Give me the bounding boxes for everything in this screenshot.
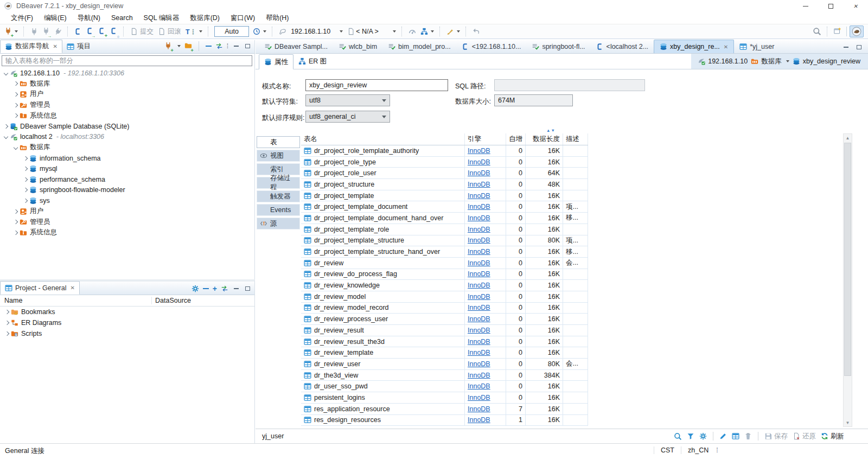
tree-expander-icon[interactable] (12, 220, 20, 224)
open-sql-editor-button[interactable] (73, 27, 84, 36)
table-row[interactable]: persistent_logins InnoDB 0 16K (301, 392, 588, 404)
column-header-auto-increment[interactable]: 自增 (506, 133, 526, 145)
table-row[interactable]: dr_project_template_document InnoDB 0 16… (301, 201, 588, 213)
table-row[interactable]: dr_the3d_view InnoDB 0 384K (301, 370, 588, 381)
breadcrumb-connection[interactable]: 192.168.1.10 (698, 58, 748, 65)
link-with-editor-button[interactable] (215, 42, 223, 50)
collapse-all-button[interactable] (206, 46, 212, 47)
project-tree-item[interactable]: Scripts (0, 328, 254, 339)
table-row[interactable]: dr_review_template InnoDB 0 16K (301, 347, 588, 359)
tree-expander-icon[interactable] (2, 135, 10, 138)
editor-tab[interactable]: *yj_user (734, 40, 780, 53)
view-menu-button[interactable]: ⁞ (227, 42, 228, 50)
new-sql-editor-button[interactable] (97, 26, 107, 37)
scrollbar-thumb[interactable] (844, 143, 851, 376)
menu-item[interactable]: Search (106, 14, 138, 22)
tree-item[interactable]: 数据库 (0, 79, 254, 90)
tree-item[interactable]: 系统信息 (0, 227, 254, 238)
engine-link[interactable]: InnoDB (468, 327, 490, 334)
refresh-button[interactable]: 刷新 (821, 432, 844, 441)
table-row[interactable]: dr_project_template_document_hand_over I… (301, 213, 588, 224)
new-connection-toolbar-button[interactable] (164, 42, 172, 51)
sort-indicator-icon[interactable]: ▲▼ (546, 128, 556, 133)
disconnect-button[interactable] (53, 27, 63, 36)
tree-item[interactable]: information_schema (0, 153, 254, 164)
table-row[interactable]: dr_review InnoDB 0 16K 会... (301, 258, 588, 269)
grid-scrollbar[interactable]: ▲ ▼ (843, 133, 852, 427)
tree-item[interactable]: springboot-flowable-modeler (0, 185, 254, 196)
tree-expander-icon[interactable] (22, 199, 29, 202)
tree-item[interactable]: sys (0, 195, 254, 206)
table-row[interactable]: dr_project_template_structure InnoDB 0 8… (301, 235, 588, 247)
tree-expander-icon[interactable] (12, 114, 20, 117)
editor-tab[interactable]: bim_model_pro... (382, 40, 456, 53)
new-folder-button[interactable] (184, 42, 192, 51)
table-row[interactable]: res_application_resource InnoDB 7 16K (301, 404, 588, 415)
engine-link[interactable]: InnoDB (468, 315, 490, 323)
minimize-editor-button[interactable] (842, 43, 850, 51)
scroll-up-icon[interactable]: ▲ (846, 134, 850, 142)
table-row[interactable]: dr_review_result_the3d InnoDB 0 16K (301, 336, 588, 348)
minimize-view-button[interactable] (232, 42, 240, 50)
tree-expander-icon[interactable] (3, 332, 11, 335)
er-diagram-button[interactable] (419, 27, 436, 36)
delete-button[interactable] (744, 432, 752, 440)
maximize-view-button[interactable] (244, 285, 251, 292)
table-row[interactable]: dr_user_sso_pwd InnoDB 0 16K (301, 381, 588, 392)
table-row[interactable]: dr_review_model_record InnoDB 0 16K (301, 303, 588, 314)
editor-tab[interactable]: <192.168.1.10... (456, 40, 527, 53)
menu-item[interactable]: 帮助(H) (260, 14, 294, 23)
tree-expander-icon[interactable] (22, 188, 29, 191)
engine-link[interactable]: InnoDB (468, 382, 490, 390)
editor-tab[interactable]: DBeaver Sampl... (259, 40, 333, 53)
column-header-table-name[interactable]: 表名 (301, 133, 465, 145)
menu-item[interactable]: 窗口(W) (225, 14, 260, 23)
charset-select[interactable]: utf8 (305, 94, 390, 106)
browse-sql-editor-button[interactable] (108, 26, 119, 37)
column-datasource[interactable]: DataSource (152, 297, 191, 304)
editor-tab[interactable]: xby_design_re... (654, 40, 734, 53)
minimize-view-button[interactable] (232, 285, 240, 292)
tree-item[interactable]: 用户 (0, 206, 254, 217)
tree-expander-icon[interactable] (12, 82, 20, 85)
tree-item[interactable]: 管理员 (0, 100, 254, 111)
table-row[interactable]: dr_project_template_structure_hand_over … (301, 246, 588, 258)
scroll-down-icon[interactable]: ▼ (846, 419, 850, 426)
engine-link[interactable]: InnoDB (468, 214, 490, 222)
add-row-button[interactable] (732, 432, 739, 440)
engine-link[interactable]: InnoDB (468, 372, 490, 379)
menu-item[interactable]: 导航(N) (72, 14, 106, 23)
reconnect-button[interactable] (41, 26, 52, 37)
engine-link[interactable]: InnoDB (468, 169, 490, 177)
expand-all-button[interactable]: + (213, 286, 217, 291)
tree-item[interactable]: 管理员 (0, 216, 254, 227)
window-maximize-button[interactable] (818, 0, 843, 12)
rollback-button[interactable]: 回滚 (156, 26, 183, 37)
table-row[interactable]: dr_project_role_user InnoDB 0 64K (301, 168, 588, 179)
commit-button[interactable]: 提交 (129, 26, 155, 37)
compare-button[interactable] (445, 27, 462, 36)
tab-properties[interactable]: 属性 (259, 54, 293, 69)
table-filter-input[interactable] (2, 55, 252, 66)
tree-item[interactable]: localhost 2 - localhost:3306 (0, 132, 254, 143)
menu-item[interactable]: 编辑(E) (39, 14, 72, 23)
schema-name-input[interactable]: xby_design_review (305, 79, 448, 91)
dashboard-button[interactable] (407, 27, 418, 36)
link-with-editor-button[interactable] (221, 285, 228, 292)
project-tree-item[interactable]: Bookmarks (0, 307, 254, 317)
undo-navigation-button[interactable] (471, 27, 482, 36)
engine-link[interactable]: InnoDB (468, 349, 490, 356)
collapse-all-button[interactable] (203, 288, 209, 289)
editor-tab[interactable]: <localhost 2... (591, 40, 654, 53)
table-row[interactable]: dr_review_knowledge InnoDB 0 16K (301, 280, 588, 291)
engine-link[interactable]: InnoDB (468, 394, 490, 401)
category-tab[interactable]: Events (257, 204, 300, 216)
tree-expander-icon[interactable] (2, 125, 10, 128)
table-row[interactable]: dr_review_model InnoDB 0 16K (301, 291, 588, 303)
tree-expander-icon[interactable] (3, 321, 11, 324)
edit-button[interactable] (719, 432, 727, 440)
table-row[interactable]: dr_review_result InnoDB 0 16K (301, 325, 588, 336)
table-row[interactable]: dr_project_template InnoDB 0 16K (301, 190, 588, 202)
column-header-data-length[interactable]: 数据长度 (526, 133, 563, 145)
editor-tab[interactable]: wlcb_bim (333, 40, 382, 53)
